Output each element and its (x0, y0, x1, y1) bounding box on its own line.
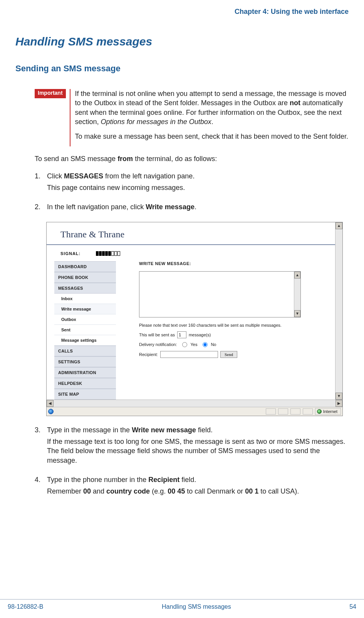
section-heading: Sending an SMS message (15, 64, 349, 74)
signal-bar-filled-icon (105, 251, 108, 256)
scroll-up-icon[interactable]: ▲ (335, 222, 342, 229)
footer-title: Handling SMS messages (162, 603, 231, 610)
signal-bar-filled-icon (102, 251, 105, 256)
sidebar-item-administration[interactable]: ADMINISTRATION (54, 367, 116, 378)
char-limit-note: Please note that text over 160 character… (139, 323, 327, 327)
delivery-row: Delivery notification: Yes No (139, 342, 327, 347)
chapter-header: Chapter 4: Using the web interface (15, 8, 349, 16)
text: field. (196, 426, 213, 434)
sidebar-item-phone-book[interactable]: PHONE BOOK (54, 272, 116, 283)
page-title: Handling SMS messages (15, 35, 349, 48)
text-bold: from (117, 155, 133, 163)
important-paragraph-2: To make sure a message has been sent, ch… (75, 132, 349, 141)
signal-bar-empty-icon (111, 251, 114, 256)
step-number: 1. (35, 171, 47, 195)
status-zone-label: Internet (323, 409, 337, 414)
text-bold: Write new message (132, 426, 196, 434)
step-1: 1. Click MESSAGES from the left navigati… (35, 171, 349, 195)
scroll-track[interactable] (54, 400, 335, 407)
scroll-right-icon[interactable]: ▶ (335, 400, 342, 407)
sidebar-item-calls[interactable]: CALLS (54, 346, 116, 356)
text: Remember (47, 487, 83, 495)
sidebar-item-helpdesk[interactable]: HELPDESK (54, 378, 116, 389)
message-count-row: This will be sent as message(s) (139, 331, 327, 338)
step-4: 4. Type in the phone number in the Recip… (35, 475, 349, 499)
recipient-input[interactable] (160, 351, 218, 358)
important-tag: Important (35, 89, 66, 98)
text: from the left navigation pane. (103, 172, 195, 180)
text: To send an SMS message (35, 155, 117, 163)
sidebar-item-messages[interactable]: MESSAGES (54, 283, 116, 294)
text: (e.g. (150, 487, 168, 495)
step-2: 2. In the left navigation pane, click Wr… (35, 202, 349, 214)
step-3: 3. Type in the message in the Write new … (35, 425, 349, 467)
signal-bar-empty-icon (114, 251, 117, 256)
delivery-yes-radio[interactable] (182, 342, 187, 347)
page-footer: 98-126882-B Handling SMS messages 54 (0, 599, 364, 610)
sidebar-nav: DASHBOARD PHONE BOOK MESSAGES Inbox Writ… (54, 261, 116, 400)
text-bold: MESSAGES (64, 172, 103, 180)
text-bold: country code (106, 487, 150, 495)
step-number: 3. (35, 425, 47, 467)
scroll-track[interactable] (335, 229, 342, 393)
text: to call Denmark or (185, 487, 245, 495)
signal-bars (96, 251, 120, 256)
scroll-left-icon[interactable]: ◀ (47, 400, 54, 407)
text: If the message text is too long for one … (47, 437, 349, 465)
message-count-field[interactable] (177, 331, 186, 338)
text-bold: not (290, 99, 300, 107)
scroll-track[interactable] (294, 279, 300, 310)
status-zone-internet: Internet (315, 408, 341, 415)
footer-pagenum: 54 (349, 603, 356, 610)
text-bold: 00 1 (245, 487, 258, 495)
signal-label: SIGNAL: (60, 251, 81, 256)
scroll-down-icon[interactable]: ▼ (335, 393, 342, 400)
text: Type in the message in the (47, 426, 132, 434)
sidebar-item-settings[interactable]: SETTINGS (54, 356, 116, 367)
scroll-up-icon[interactable]: ▲ (294, 272, 300, 279)
text-bold: 00 45 (168, 487, 185, 495)
status-cell (303, 408, 313, 415)
delivery-label: Delivery notification: (139, 342, 177, 347)
footer-docid: 98-126882-B (8, 603, 44, 610)
scroll-down-icon[interactable]: ▼ (294, 310, 300, 317)
sidebar-item-site-map[interactable]: SITE MAP (54, 389, 116, 400)
sidebar-subitem-message-settings[interactable]: Message settings (54, 335, 116, 346)
text-bold: 00 (83, 487, 91, 495)
text: In the left navigation pane, click (47, 203, 146, 211)
text-italic: Options for messages in the Outbox (101, 118, 211, 126)
sidebar-item-dashboard[interactable]: DASHBOARD (54, 261, 116, 272)
send-button[interactable]: Send (220, 351, 237, 358)
sidebar-subitem-write-message[interactable]: Write message (54, 304, 116, 314)
step-number: 4. (35, 475, 47, 499)
ie-icon (48, 409, 54, 414)
status-cell (290, 408, 300, 415)
text: the terminal, do as follows: (133, 155, 217, 163)
text: message(s) (189, 333, 211, 337)
sidebar-subitem-inbox[interactable]: Inbox (54, 294, 116, 304)
text: This page contains new incoming messages… (47, 183, 195, 192)
sidebar-subitem-sent[interactable]: Sent (54, 325, 116, 335)
step-number: 2. (35, 202, 47, 214)
text: No (211, 342, 216, 347)
important-callout: Important If the terminal is not online … (35, 89, 349, 146)
recipient-row: Recipient: Send (139, 351, 327, 358)
text: Yes (190, 342, 197, 347)
delivery-no-radio[interactable] (203, 342, 208, 347)
message-textarea-wrap: ▲ ▼ (139, 271, 301, 317)
signal-bar-empty-icon (117, 251, 120, 256)
text: . (195, 203, 196, 211)
text: and (91, 487, 106, 495)
text-bold: Write message (146, 203, 195, 211)
status-bar: Internet (47, 407, 342, 416)
intro-line: To send an SMS message from the terminal… (35, 154, 349, 163)
text: field. (179, 476, 196, 484)
status-cell (266, 408, 276, 415)
content-title: WRITE NEW MESSAGE: (139, 261, 327, 266)
text: to call USA). (258, 487, 299, 495)
sidebar-subitem-outbox[interactable]: Outbox (54, 314, 116, 325)
signal-bar-filled-icon (108, 251, 111, 256)
message-textarea[interactable] (139, 272, 294, 317)
globe-icon (317, 409, 322, 414)
text: This will be sent as (139, 333, 175, 337)
